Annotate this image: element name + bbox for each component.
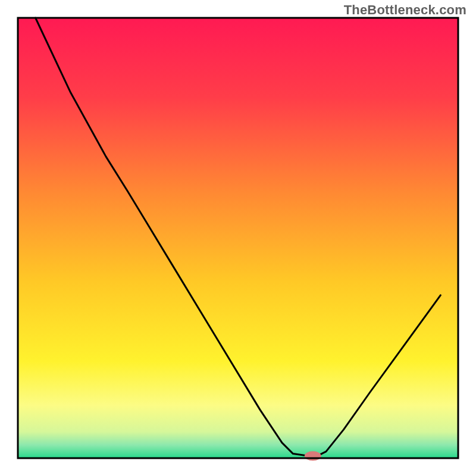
chart-container: TheBottleneck.com xyxy=(0,0,476,476)
optimal-marker xyxy=(305,451,321,461)
bottleneck-curve-chart xyxy=(0,0,476,476)
gradient-background xyxy=(18,18,458,458)
